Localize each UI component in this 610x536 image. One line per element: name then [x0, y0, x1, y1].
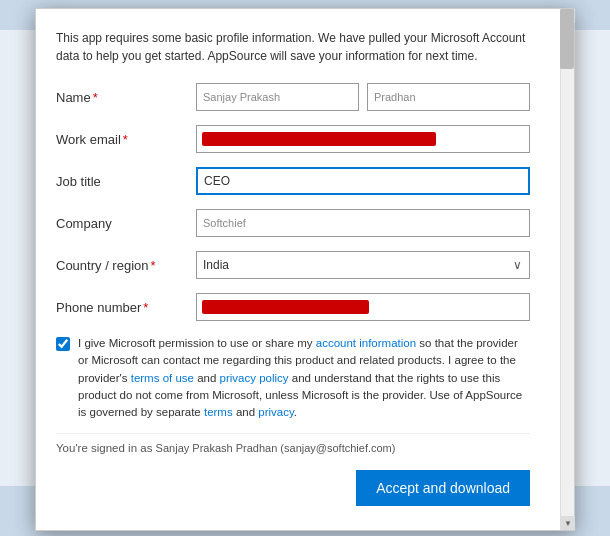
- work-email-field: [196, 125, 530, 153]
- phone-label: Phone number *: [56, 300, 196, 315]
- consent-row: I give Microsoft permission to use or sh…: [56, 335, 530, 421]
- appsource-terms-link[interactable]: terms: [204, 406, 233, 418]
- signed-in-prefix: You're signed in as: [56, 442, 152, 454]
- country-row: Country / region * India United States U…: [56, 249, 530, 281]
- phone-required-star: *: [143, 300, 148, 315]
- scroll-thumb[interactable]: [560, 9, 574, 69]
- terms-link[interactable]: terms of use: [131, 372, 194, 384]
- phone-row: Phone number *: [56, 291, 530, 323]
- job-title-label: Job title: [56, 174, 196, 189]
- signed-in-email: Sanjay Prakash Pradhan (sanjay@softchief…: [156, 442, 396, 454]
- intro-text: This app requires some basic profile inf…: [56, 29, 530, 65]
- company-row: Company: [56, 207, 530, 239]
- accept-download-button[interactable]: Accept and download: [356, 470, 530, 506]
- job-title-input[interactable]: [196, 167, 530, 195]
- country-required-star: *: [151, 258, 156, 273]
- phone-redacted-bar: [202, 300, 369, 314]
- job-title-field: [196, 167, 530, 195]
- privacy-policy-link[interactable]: privacy policy: [220, 372, 289, 384]
- name-required-star: *: [93, 90, 98, 105]
- signed-in-row: You're signed in as Sanjay Prakash Pradh…: [56, 442, 530, 454]
- company-label: Company: [56, 216, 196, 231]
- first-name-input[interactable]: [196, 83, 359, 111]
- overlay: Get it now ★ Get it now ★ Get it now ★ T…: [0, 0, 610, 536]
- action-row: Accept and download: [56, 470, 530, 510]
- email-required-star: *: [123, 132, 128, 147]
- account-info-link[interactable]: account information: [316, 337, 416, 349]
- appsource-privacy-link[interactable]: privacy: [258, 406, 294, 418]
- consent-checkbox[interactable]: [56, 337, 70, 351]
- dialog-content: This app requires some basic profile inf…: [36, 9, 560, 530]
- company-input[interactable]: [196, 209, 530, 237]
- email-redacted-bar: [202, 132, 436, 146]
- country-label: Country / region *: [56, 258, 196, 273]
- country-field: India United States United Kingdom: [196, 251, 530, 279]
- job-title-row: Job title: [56, 165, 530, 197]
- last-name-input[interactable]: [367, 83, 530, 111]
- phone-field: [196, 293, 530, 321]
- dialog-scrollbar[interactable]: ▲ ▼: [560, 9, 574, 530]
- work-email-row: Work email *: [56, 123, 530, 155]
- company-field: [196, 209, 530, 237]
- name-label: Name *: [56, 90, 196, 105]
- name-fields: [196, 83, 530, 111]
- profile-dialog: This app requires some basic profile inf…: [35, 8, 575, 531]
- country-select[interactable]: India United States United Kingdom: [196, 251, 530, 279]
- divider: [56, 433, 530, 434]
- work-email-label: Work email *: [56, 132, 196, 147]
- name-row: Name *: [56, 81, 530, 113]
- consent-text: I give Microsoft permission to use or sh…: [78, 335, 530, 421]
- scroll-down-arrow[interactable]: ▼: [561, 516, 575, 530]
